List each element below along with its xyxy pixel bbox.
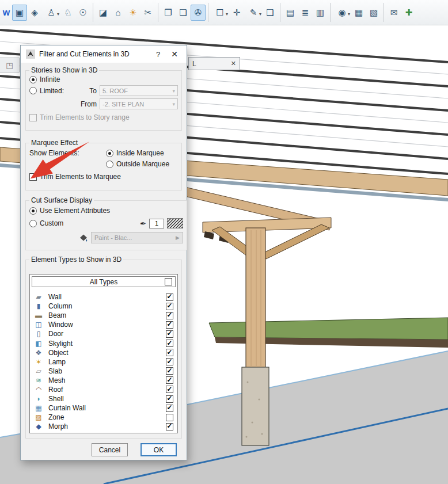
use-element-attributes-radio[interactable]: Use Element Attributes: [28, 207, 184, 215]
infinite-radio[interactable]: Infinite: [28, 75, 179, 83]
annotate-icon[interactable]: ✎: [244, 5, 263, 21]
walkthrough-icon[interactable]: ♙: [42, 5, 60, 21]
pen-number-input[interactable]: [149, 219, 164, 228]
dialog-title: Filter and Cut Elements in 3D: [39, 50, 130, 58]
element-type-checkbox[interactable]: [166, 349, 173, 356]
element-type-row[interactable]: ◆ Morph: [30, 422, 177, 431]
element-type-row[interactable]: ▱ Slab: [30, 367, 177, 376]
camera-icon[interactable]: ◉: [333, 5, 351, 21]
radio-indicator[interactable]: [29, 76, 37, 83]
wall-icon: ▰: [34, 293, 43, 301]
element-type-row[interactable]: ▯ Door: [30, 329, 177, 338]
show-elements-label: Show Elements:: [29, 149, 103, 157]
element-type-row[interactable]: ≋ Mesh: [30, 376, 177, 385]
from-label: From: [81, 100, 97, 108]
help-button[interactable]: ?: [151, 50, 165, 59]
sun-study-icon[interactable]: ☀: [126, 5, 141, 21]
cancel-button[interactable]: Cancel: [92, 443, 128, 456]
element-type-row[interactable]: ❖ Object: [30, 348, 177, 357]
element-type-row[interactable]: ▬ Beam: [30, 311, 177, 320]
element-type-checkbox[interactable]: [166, 358, 173, 365]
tab-close-icon[interactable]: ✕: [231, 60, 236, 67]
element-type-row[interactable]: ▦ Curtain Wall: [30, 403, 177, 413]
background-panel-button[interactable]: ◳: [0, 58, 20, 73]
marquee-group: Marquee Effect Show Elements: Inside Mar…: [25, 139, 182, 190]
radio-indicator[interactable]: [29, 207, 37, 215]
element-type-checkbox[interactable]: [166, 376, 173, 384]
radio-indicator[interactable]: [106, 161, 113, 168]
element-type-row[interactable]: ▰ Wall: [30, 292, 177, 302]
limited-radio[interactable]: Limited:: [29, 87, 64, 95]
to-story-select: 5. ROOF▾: [100, 85, 178, 96]
radio-indicator[interactable]: [106, 150, 113, 157]
level-icon[interactable]: ≣: [298, 5, 313, 21]
inside-marquee-label: Inside Marquee: [116, 149, 164, 157]
element-type-checkbox[interactable]: [166, 367, 173, 375]
w-tool-icon[interactable]: w: [1, 5, 12, 21]
home-view-icon[interactable]: ⌂: [111, 5, 126, 21]
element-type-row[interactable]: ◧ Skylight: [30, 338, 177, 348]
view-tab[interactable]: L ✕: [188, 57, 240, 70]
hatch-pattern-button[interactable]: [167, 218, 183, 228]
element-type-label: Morph: [48, 422, 161, 430]
mesh-icon: ≋: [34, 376, 43, 384]
section-3d-icon[interactable]: ◪: [96, 5, 111, 21]
element-type-row[interactable]: ◠ Roof: [30, 385, 177, 394]
element-type-checkbox[interactable]: [166, 303, 173, 310]
custom-radio[interactable]: Custom: [29, 219, 63, 227]
lamp-icon: ✶: [34, 358, 43, 366]
object-icon: ❖: [34, 349, 43, 357]
element-type-checkbox[interactable]: [166, 423, 173, 430]
ok-button[interactable]: OK: [141, 443, 177, 456]
all-types-checkbox[interactable]: [165, 278, 172, 285]
paste-view-icon[interactable]: ❏: [176, 5, 191, 21]
toolbar-separator: [280, 3, 280, 22]
close-icon[interactable]: ✕: [169, 49, 180, 59]
element-type-checkbox[interactable]: [166, 340, 173, 347]
all-types-label: All Types: [90, 278, 117, 286]
album-icon[interactable]: ▧: [366, 5, 381, 21]
flythrough-icon[interactable]: ♘: [60, 5, 75, 21]
element-type-checkbox[interactable]: [166, 321, 173, 329]
inside-marquee-radio[interactable]: Inside Marquee: [106, 149, 164, 157]
element-type-checkbox[interactable]: [166, 395, 173, 403]
element-type-row[interactable]: ▮ Column: [30, 302, 177, 311]
element-type-row[interactable]: ▨ Zone: [30, 413, 177, 422]
element-type-label: Lamp: [48, 358, 161, 366]
checkbox-indicator[interactable]: [29, 173, 37, 181]
element-type-checkbox[interactable]: [166, 414, 173, 421]
selection-box-icon[interactable]: ☐: [211, 5, 229, 21]
image-icon[interactable]: ❑: [263, 5, 278, 21]
film-icon[interactable]: ▦: [351, 5, 366, 21]
element-type-checkbox[interactable]: [166, 386, 173, 393]
copy-view-icon[interactable]: ❐: [161, 5, 176, 21]
layers-icon[interactable]: ▥: [313, 5, 328, 21]
marquee-3d-camera-icon[interactable]: ▣: [12, 5, 27, 21]
cut-surface-legend: Cut Surface Display: [29, 196, 94, 204]
outside-marquee-radio[interactable]: Outside Marquee: [106, 160, 169, 168]
element-type-checkbox[interactable]: [166, 294, 173, 301]
element-type-checkbox[interactable]: [166, 312, 173, 319]
toolbar-separator: [384, 3, 384, 22]
trim-marquee-checkbox[interactable]: Trim Elements to Marquee: [28, 173, 179, 181]
from-story-select: -2. SITE PLAN▾: [100, 98, 178, 109]
dialog-app-icon: [26, 49, 35, 59]
radio-indicator[interactable]: [29, 87, 37, 94]
orbit-icon[interactable]: ☉: [75, 5, 90, 21]
element-type-checkbox[interactable]: [166, 330, 173, 338]
cutaway-icon[interactable]: ✂: [141, 5, 155, 21]
capture-view-icon[interactable]: ✇: [191, 5, 206, 21]
radio-indicator[interactable]: [29, 220, 37, 227]
pin-icon[interactable]: ✛: [229, 5, 244, 21]
chart-icon[interactable]: ▤: [283, 5, 298, 21]
element-type-label: Slab: [48, 367, 161, 375]
element-type-row[interactable]: ◫ Window: [30, 320, 177, 329]
mail-icon[interactable]: ✉: [386, 5, 401, 21]
axonometry-icon[interactable]: ◈: [27, 5, 42, 21]
element-type-row[interactable]: ✶ Lamp: [30, 357, 177, 367]
element-type-checkbox[interactable]: [166, 405, 173, 412]
all-types-header[interactable]: All Types: [32, 276, 176, 287]
add-icon[interactable]: ✚: [401, 5, 416, 21]
element-type-row[interactable]: ◗ Shell: [30, 394, 177, 403]
dialog-titlebar[interactable]: Filter and Cut Elements in 3D ? ✕: [21, 45, 187, 63]
